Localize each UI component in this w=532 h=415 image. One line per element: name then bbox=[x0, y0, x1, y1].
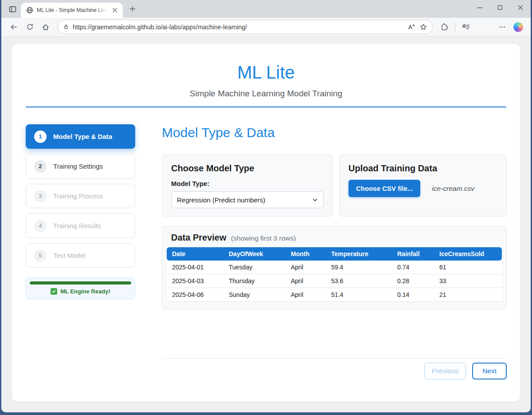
column-header: DayOfWeek bbox=[223, 247, 286, 261]
more-options-icon[interactable] bbox=[495, 20, 509, 34]
model-card-title: Choose Model Type bbox=[171, 163, 324, 174]
column-header: Date bbox=[167, 247, 223, 261]
favorites-bar-icon[interactable] bbox=[459, 20, 473, 34]
table-cell: 59.4 bbox=[326, 261, 392, 274]
engine-progress-bar bbox=[30, 281, 131, 285]
window-controls bbox=[469, 0, 531, 15]
table-cell: April bbox=[286, 288, 326, 302]
close-icon[interactable] bbox=[510, 0, 531, 15]
section-heading: Model Type & Data bbox=[162, 124, 507, 141]
app-subtitle: Simple Machine Learning Model Training bbox=[12, 88, 520, 99]
column-header: Rainfall bbox=[392, 247, 434, 261]
back-icon[interactable] bbox=[7, 20, 21, 34]
step-label: Model Type & Data bbox=[53, 133, 112, 140]
app-header: ML Lite Simple Machine Learning Model Tr… bbox=[12, 44, 520, 107]
table-cell: 61 bbox=[434, 261, 502, 274]
table-cell: 21 bbox=[434, 288, 502, 302]
step-button-model-type-data[interactable]: 1 Model Type & Data bbox=[26, 124, 135, 149]
table-row: 2025-04-01 Tuesday April 59.4 0.74 61 bbox=[167, 261, 502, 274]
table-cell: 0.28 bbox=[392, 274, 434, 288]
favorite-star-icon[interactable] bbox=[417, 21, 430, 33]
step-label: Training Process bbox=[53, 192, 103, 200]
table-cell: 0.74 bbox=[392, 261, 434, 274]
extensions-icon[interactable] bbox=[437, 20, 451, 34]
step-number: 2 bbox=[34, 160, 47, 173]
home-icon[interactable] bbox=[39, 20, 53, 34]
step-button-test-model[interactable]: 5 Test Model bbox=[26, 243, 135, 268]
model-type-card: Choose Model Type Model Type: Regression… bbox=[162, 154, 333, 217]
footer-divider bbox=[162, 358, 507, 359]
table-cell: Thursday bbox=[223, 274, 286, 288]
minimize-icon[interactable] bbox=[469, 0, 490, 15]
address-bar[interactable] bbox=[57, 20, 433, 34]
page-viewport: ML Lite Simple Machine Learning Model Tr… bbox=[1, 36, 531, 412]
model-type-select[interactable]: Regression (Predict numbers) bbox=[171, 191, 324, 208]
table-cell: 51.4 bbox=[326, 288, 392, 302]
maximize-icon[interactable] bbox=[490, 0, 510, 15]
table-row: 2025-04-03 Thursday April 53.6 0.28 33 bbox=[167, 274, 502, 288]
engine-status-label: ML Engine Ready! bbox=[60, 288, 110, 295]
step-number: 4 bbox=[34, 220, 47, 232]
upload-card-title: Upload Training Data bbox=[348, 163, 497, 174]
site-lock-icon[interactable] bbox=[63, 24, 69, 30]
chevron-down-icon bbox=[312, 197, 318, 203]
url-input[interactable] bbox=[73, 24, 405, 31]
next-button[interactable]: Next bbox=[472, 363, 507, 379]
tab-close-icon[interactable] bbox=[110, 6, 119, 15]
selected-option: Regression (Predict numbers) bbox=[177, 196, 265, 204]
table-cell: April bbox=[286, 261, 326, 274]
table-row: 2025-04-06 Sunday April 51.4 0.14 21 bbox=[167, 288, 502, 302]
browser-toolbar bbox=[1, 18, 531, 36]
tab-title: ML Lite - Simple Machine Learnin bbox=[37, 7, 107, 13]
table-cell: 33 bbox=[434, 274, 502, 288]
table-cell: 2025-04-03 bbox=[167, 274, 223, 288]
tab-actions-icon[interactable] bbox=[5, 1, 20, 16]
table-cell: 0.14 bbox=[392, 288, 434, 302]
browser-tab[interactable]: ML Lite - Simple Machine Learnin bbox=[21, 3, 123, 18]
green-check-icon bbox=[51, 288, 57, 295]
browser-window: ML Lite - Simple Machine Learnin bbox=[1, 0, 531, 412]
table-cell: Tuesday bbox=[223, 261, 286, 274]
app-title: ML Lite bbox=[12, 62, 520, 83]
step-button-training-settings[interactable]: 2 Training Settings bbox=[26, 154, 135, 178]
step-label: Test Model bbox=[53, 252, 86, 259]
preview-subtitle: (showing first 3 rows) bbox=[231, 234, 296, 242]
data-preview-table: Date DayOfWeek Month Temperature Rainfal… bbox=[167, 247, 502, 302]
step-number: 1 bbox=[34, 130, 47, 143]
column-header: Month bbox=[286, 247, 326, 261]
table-header-row: Date DayOfWeek Month Temperature Rainfal… bbox=[167, 247, 502, 261]
uploaded-file-name: ice-cream.csv bbox=[432, 185, 474, 193]
globe-favicon-icon bbox=[26, 7, 33, 14]
step-label: Training Settings bbox=[53, 162, 103, 170]
copilot-icon[interactable] bbox=[511, 20, 525, 34]
column-header: Temperature bbox=[326, 247, 392, 261]
step-button-training-process[interactable]: 3 Training Process bbox=[26, 184, 135, 208]
steps-sidebar: 1 Model Type & Data 2 Training Settings … bbox=[26, 124, 135, 379]
main-panel: Model Type & Data Choose Model Type Mode… bbox=[162, 124, 507, 379]
step-label: Training Results bbox=[53, 222, 101, 229]
column-header: IceCreamsSold bbox=[434, 247, 502, 261]
step-button-training-results[interactable]: 4 Training Results bbox=[26, 213, 135, 238]
table-cell: 2025-04-01 bbox=[167, 261, 223, 274]
previous-button[interactable]: Previous bbox=[424, 363, 466, 379]
choose-csv-button[interactable]: Choose CSV file... bbox=[348, 180, 420, 197]
table-cell: 53.6 bbox=[326, 274, 392, 288]
app-container: ML Lite Simple Machine Learning Model Tr… bbox=[12, 44, 520, 402]
table-cell: 2025-04-06 bbox=[167, 288, 223, 302]
upload-card: Upload Training Data Choose CSV file... … bbox=[339, 154, 507, 217]
new-tab-icon[interactable] bbox=[126, 3, 139, 15]
model-type-label: Model Type: bbox=[171, 180, 324, 187]
toolbar-divider bbox=[455, 23, 455, 32]
preview-title: Data Preview bbox=[171, 233, 227, 242]
engine-status-card: ML Engine Ready! bbox=[26, 277, 135, 299]
tab-strip: ML Lite - Simple Machine Learnin bbox=[1, 0, 531, 18]
table-cell: April bbox=[286, 274, 326, 288]
refresh-icon[interactable] bbox=[23, 20, 37, 34]
step-number: 5 bbox=[34, 249, 47, 262]
table-cell: Sunday bbox=[223, 288, 286, 302]
read-aloud-icon[interactable] bbox=[405, 21, 417, 33]
step-number: 3 bbox=[34, 190, 47, 202]
data-preview-card: Data Preview (showing first 3 rows) Date… bbox=[162, 226, 507, 309]
